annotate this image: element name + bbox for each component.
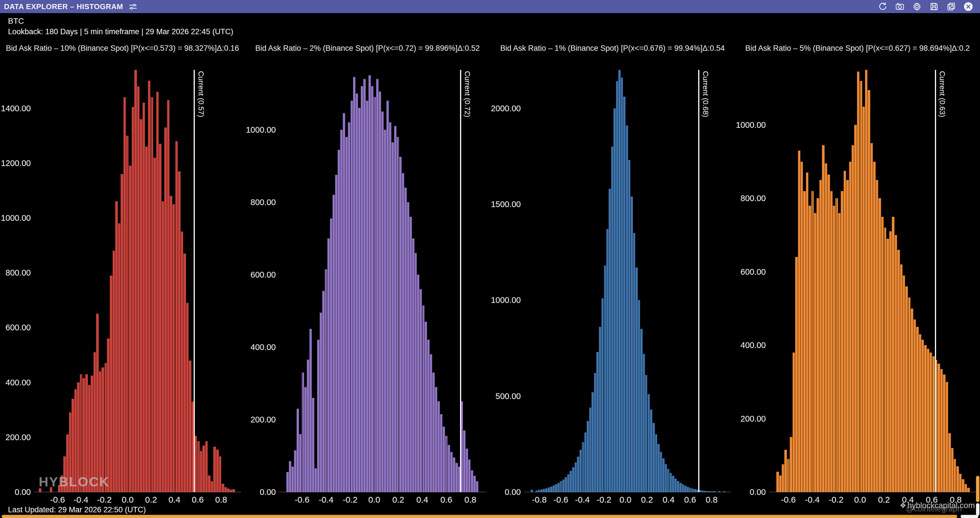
histogram-bar (175, 141, 178, 492)
histogram-bar (677, 481, 679, 492)
histogram-bar (159, 144, 161, 492)
histogram-bar (450, 452, 453, 492)
histogram-bar (948, 433, 951, 492)
grid-line (470, 70, 471, 492)
histogram-bar (170, 196, 172, 492)
vertical-scrollbar-end[interactable] (976, 503, 980, 516)
histogram-bar (881, 217, 884, 492)
symbol-label: BTC (8, 16, 24, 26)
histogram-bar (782, 464, 784, 492)
y-axis-label: 800.00 (5, 268, 31, 277)
grid-line (712, 70, 712, 492)
y-axis-label: 600.00 (5, 323, 31, 332)
refresh-icon[interactable] (878, 2, 888, 11)
x-axis-label: -0.6 (781, 495, 796, 505)
plot-area: Current (0.72) (279, 70, 486, 492)
histogram-bar (806, 172, 808, 492)
histogram-bar (328, 239, 330, 492)
histogram-bar (545, 488, 547, 492)
histogram-bar (440, 414, 442, 492)
histogram-bar (384, 130, 386, 492)
histogram-bar (129, 166, 132, 492)
x-axis-label: 0.4 (417, 495, 428, 505)
histogram-bar (946, 382, 948, 492)
camera-icon[interactable] (895, 2, 905, 11)
histogram-bar (798, 151, 800, 492)
histogram-bar (868, 90, 870, 492)
y-axis-label: 800.00 (250, 198, 276, 207)
histogram-bar (579, 450, 582, 492)
histogram-bar (873, 162, 875, 492)
settings-gear-icon[interactable] (912, 2, 922, 11)
histogram-bar (865, 70, 867, 492)
histogram-bar (618, 70, 620, 492)
histogram-bar (186, 303, 189, 492)
histogram-bar (572, 467, 574, 492)
x-axis-label: -0.4 (73, 495, 88, 505)
histogram-bar (795, 257, 797, 492)
histogram-bar (121, 174, 123, 492)
histogram-bar (932, 356, 935, 492)
chart-panel-5pct: Bid Ask Ratio – 5% (Binance Spot) [P(x<=… (735, 43, 980, 511)
histogram-bar (291, 467, 294, 492)
hyblock-watermark: HYBLOCK (39, 474, 110, 489)
histogram-plot: 0.00200.00400.00600.00800.001000.00Curre… (735, 70, 980, 492)
histogram-bar (626, 126, 628, 492)
histogram-bar (140, 119, 142, 492)
histogram-bar (570, 471, 572, 492)
histogram-bar (455, 463, 458, 492)
histogram-bar (577, 457, 579, 492)
histogram-bar (474, 476, 476, 492)
horizontal-scrollbar-thumb[interactable] (2, 515, 957, 518)
histogram-bar (558, 483, 560, 492)
histogram-bar (371, 86, 373, 492)
horizontal-scrollbar-end[interactable] (961, 515, 978, 518)
histogram-bar (956, 466, 959, 492)
histogram-bar (601, 298, 604, 492)
histogram-bar (304, 387, 307, 492)
histogram-bar (94, 352, 96, 492)
histogram-bar (555, 485, 557, 492)
histogram-bar (628, 160, 631, 492)
chart-panel-10pct: Bid Ask Ratio – 10% (Binance Spot) [P(x<… (0, 43, 245, 511)
grid-line (690, 70, 691, 492)
layers-icon[interactable] (947, 2, 956, 11)
histogram-bar (792, 352, 795, 492)
histogram-bar (862, 107, 865, 492)
last-updated-label: Last Updated: 29 Mar 2026 22:50 (UTC) (8, 505, 146, 514)
histogram-bar (819, 180, 822, 492)
histogram-bar (289, 461, 291, 492)
histogram-bar (369, 75, 371, 492)
histogram-bar (919, 334, 921, 492)
histogram-bar (808, 206, 811, 492)
y-axis-label: 1000.00 (491, 295, 521, 305)
histogram-bar (224, 487, 227, 492)
x-axis-label: -0.2 (829, 495, 844, 505)
filter-sliders-icon[interactable] (128, 2, 138, 11)
histogram-bar (430, 354, 432, 492)
histogram-bar (547, 488, 550, 492)
histogram-bar (594, 373, 597, 492)
y-axis-label: 1200.00 (1, 158, 31, 168)
x-axis-label: 0.2 (145, 495, 157, 505)
grid-line (398, 70, 399, 492)
histogram-bar (338, 150, 340, 492)
save-icon[interactable] (929, 2, 939, 11)
close-icon[interactable] (964, 2, 973, 11)
histogram-bar (391, 142, 394, 492)
x-axis-label: 0.8 (215, 495, 228, 505)
histogram-bar (448, 445, 450, 492)
x-axis-label: -0.4 (319, 495, 334, 505)
x-axis-label: 0.0 (122, 495, 134, 505)
histogram-bars (776, 70, 970, 492)
y-axis-label: 500.00 (495, 391, 521, 401)
histogram-bar (113, 251, 115, 492)
vertical-scrollbar-thumb[interactable] (976, 476, 980, 502)
histogram-bar (562, 480, 565, 492)
histogram-bar (427, 340, 430, 492)
histogram-bar (589, 408, 592, 492)
histogram-bar (317, 340, 320, 492)
histogram-bar (381, 112, 383, 492)
histogram-bar (911, 309, 913, 492)
histogram-bar (655, 434, 657, 492)
